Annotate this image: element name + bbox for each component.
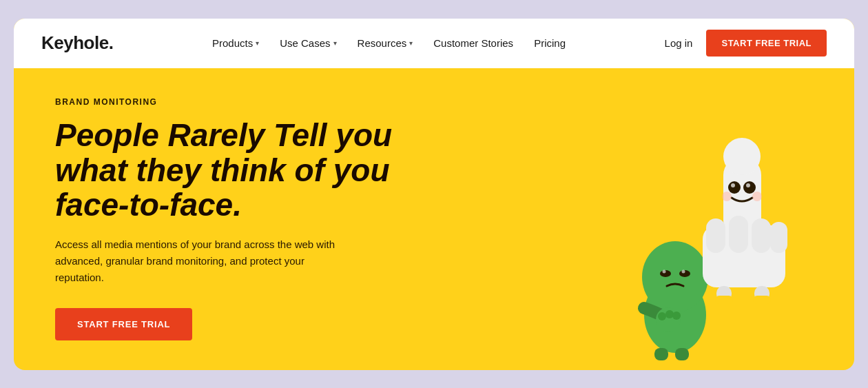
svg-rect-11 (675, 348, 689, 360)
white-character (703, 138, 787, 304)
svg-point-5 (682, 269, 685, 273)
svg-point-13 (723, 138, 761, 175)
nav-item-pricing[interactable]: Pricing (526, 32, 574, 54)
hero-title: People Rarely Tell you what they think o… (55, 118, 413, 223)
start-free-trial-nav-button[interactable]: START FREE TRIAL (706, 30, 827, 57)
logo[interactable]: Keyhole. (41, 32, 113, 54)
svg-rect-28 (753, 296, 771, 304)
svg-point-9 (672, 312, 681, 320)
svg-point-19 (728, 181, 741, 194)
svg-rect-10 (654, 348, 668, 360)
nav-item-customer-stories[interactable]: Customer Stories (425, 32, 521, 54)
login-link[interactable]: Log in (665, 37, 693, 49)
svg-point-23 (722, 192, 732, 201)
hero-description: Access all media mentions of your brand … (55, 236, 344, 286)
svg-rect-17 (752, 218, 771, 253)
svg-point-4 (663, 269, 666, 273)
svg-point-24 (752, 192, 762, 201)
svg-point-20 (743, 181, 756, 194)
start-free-trial-hero-button[interactable]: START FREE TRIAL (55, 308, 192, 340)
svg-point-1 (642, 241, 708, 313)
svg-point-7 (658, 312, 666, 320)
hero-content: BRAND MONITORING People Rarely Tell you … (55, 97, 413, 340)
hero-illustration (592, 122, 813, 370)
nav-links: Products ▾ Use Cases ▾ Resources ▾ Custo… (204, 32, 574, 54)
chevron-down-icon: ▾ (409, 39, 413, 47)
page-wrapper: Keyhole. Products ▾ Use Cases ▾ Resource… (14, 19, 854, 370)
green-character (642, 241, 708, 360)
svg-rect-27 (715, 296, 733, 304)
navbar: Keyhole. Products ▾ Use Cases ▾ Resource… (14, 19, 854, 68)
nav-item-use-cases[interactable]: Use Cases ▾ (271, 32, 344, 54)
svg-rect-16 (729, 216, 748, 253)
chevron-down-icon: ▾ (333, 39, 337, 47)
svg-rect-15 (706, 218, 725, 253)
svg-rect-18 (770, 222, 787, 253)
svg-point-21 (731, 183, 735, 187)
hero-eyebrow: BRAND MONITORING (55, 97, 413, 107)
svg-point-22 (746, 183, 750, 187)
hero-section: BRAND MONITORING People Rarely Tell you … (14, 68, 854, 370)
nav-item-products[interactable]: Products ▾ (204, 32, 267, 54)
chevron-down-icon: ▾ (256, 39, 259, 47)
svg-point-8 (665, 310, 674, 318)
nav-right: Log in START FREE TRIAL (665, 30, 827, 57)
nav-item-resources[interactable]: Resources ▾ (349, 32, 422, 54)
